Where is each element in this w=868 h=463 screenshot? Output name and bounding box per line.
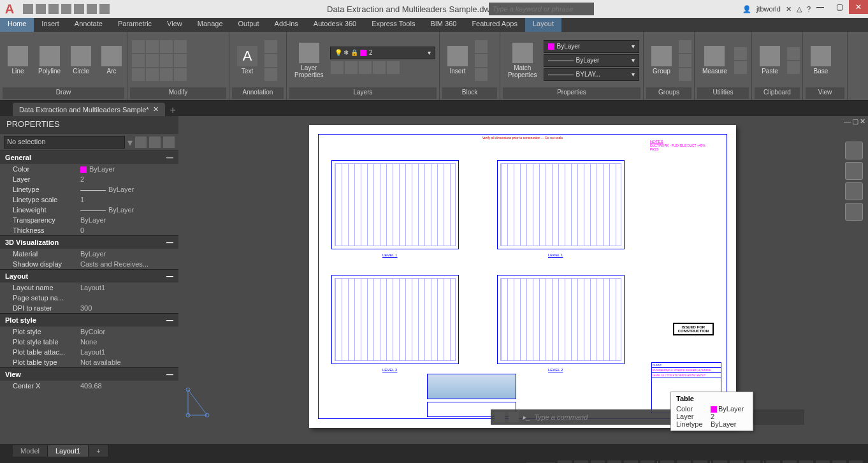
circle-button[interactable]: Circle xyxy=(67,45,95,76)
qat-plot-icon[interactable] xyxy=(74,4,84,14)
linetype-combo[interactable]: ByLayer▾ xyxy=(544,54,639,67)
extend-icon[interactable] xyxy=(174,40,187,53)
prop-row[interactable]: Center X409.68 xyxy=(0,381,178,391)
trim-icon[interactable] xyxy=(160,40,173,53)
layer-properties-button[interactable]: Layer Properties xyxy=(291,41,328,80)
otrack-icon[interactable] xyxy=(640,460,655,463)
create-block-icon[interactable] xyxy=(475,40,488,53)
table-icon[interactable] xyxy=(264,68,277,81)
menu-home[interactable]: Home xyxy=(0,18,34,32)
ortho-icon[interactable] xyxy=(591,460,605,463)
menu-express-tools[interactable]: Express Tools xyxy=(364,18,423,32)
prop-row[interactable]: Shadow displayCasts and Receives... xyxy=(0,259,178,269)
menu-featured-apps[interactable]: Featured Apps xyxy=(464,18,525,32)
panel-label-layers[interactable]: Layers xyxy=(289,87,437,99)
qat-new-icon[interactable] xyxy=(23,4,33,14)
copy-icon[interactable] xyxy=(132,54,145,67)
maximize-button[interactable]: ▢ xyxy=(830,0,849,14)
pan-icon[interactable] xyxy=(845,162,863,180)
anno-scale-icon[interactable] xyxy=(713,460,727,463)
text-button[interactable]: AText xyxy=(233,45,261,76)
prop-row[interactable]: Layout nameLayout1 xyxy=(0,283,178,293)
prop-section-3d-visualization[interactable]: 3D Visualization— xyxy=(0,235,178,249)
chamfer-icon[interactable] xyxy=(174,54,187,67)
panel-label-annotation[interactable]: Annotation xyxy=(232,87,284,99)
cmd-config-icon[interactable] xyxy=(509,412,519,422)
grid-icon[interactable] xyxy=(558,460,572,463)
menu-insert[interactable]: Insert xyxy=(34,18,67,32)
prop-section-layout[interactable]: Layout— xyxy=(0,269,178,283)
prop-row[interactable]: Thickness0 xyxy=(0,225,178,235)
prop-row[interactable]: Plot table typeNot available xyxy=(0,357,178,367)
menu-view[interactable]: View xyxy=(159,18,190,32)
menu-add-ins[interactable]: Add-ins xyxy=(267,18,306,32)
user-name[interactable]: jtbworld xyxy=(756,5,781,13)
arc-button[interactable]: Arc xyxy=(98,45,126,76)
orbit-icon[interactable] xyxy=(845,203,863,221)
prop-row[interactable]: Plot style tableNone xyxy=(0,337,178,347)
move-icon[interactable] xyxy=(132,40,145,53)
minimize-button[interactable]: — xyxy=(811,0,830,14)
app-logo[interactable]: A xyxy=(0,0,19,18)
quick-select-icon[interactable] xyxy=(135,136,147,148)
mdi-minimize-icon[interactable]: — xyxy=(844,117,851,126)
prop-section-general[interactable]: General— xyxy=(0,151,178,164)
menu-output[interactable]: Output xyxy=(231,18,267,32)
new-tab-button[interactable]: + xyxy=(165,105,181,116)
base-button[interactable]: Base xyxy=(807,45,835,76)
prop-row[interactable]: Plot styleByColor xyxy=(0,327,178,337)
layout-tab-layout1[interactable]: Layout1 xyxy=(48,445,89,457)
select-objects-icon[interactable] xyxy=(163,136,175,148)
measure-button[interactable]: Measure xyxy=(698,45,731,76)
menu-layout[interactable]: Layout xyxy=(525,18,561,32)
layer-match-icon[interactable] xyxy=(387,61,400,74)
prop-section-view[interactable]: View— xyxy=(0,367,178,381)
prop-row[interactable]: Linetype scale1 xyxy=(0,195,178,205)
layer-iso-icon[interactable] xyxy=(345,61,358,74)
menu-manage[interactable]: Manage xyxy=(190,18,231,32)
command-line[interactable]: ▸_ Type a command xyxy=(491,409,804,425)
document-tab[interactable]: Data Extraction and Multileaders Sample*… xyxy=(13,103,165,116)
layer-lock-icon[interactable] xyxy=(373,61,386,74)
mdi-restore-icon[interactable]: ▢ xyxy=(852,117,858,126)
qat-undo-icon[interactable] xyxy=(87,4,97,14)
edit-block-icon[interactable] xyxy=(475,54,488,67)
qat-open-icon[interactable] xyxy=(36,4,46,14)
group-sel-icon[interactable] xyxy=(679,68,691,81)
anno-auto-icon[interactable] xyxy=(746,460,760,463)
close-button[interactable]: ✕ xyxy=(849,0,868,14)
erase-icon[interactable] xyxy=(174,68,187,81)
selection-combo[interactable]: No selection xyxy=(4,136,125,149)
insert-button[interactable]: Insert xyxy=(444,45,472,76)
exchange-icon[interactable]: ✕ xyxy=(786,5,792,13)
prop-row[interactable]: ColorByLayer xyxy=(0,164,178,174)
clean-screen-icon[interactable] xyxy=(832,460,846,463)
match-properties-button[interactable]: Match Properties xyxy=(504,41,541,80)
dim-icon[interactable] xyxy=(264,40,277,53)
array-icon[interactable] xyxy=(160,68,173,81)
prop-row[interactable]: MaterialByLayer xyxy=(0,249,178,259)
ungroup-icon[interactable] xyxy=(679,40,691,53)
drawing-canvas[interactable]: Verify all dimensions prior to construct… xyxy=(178,116,868,444)
menu-annotate[interactable]: Annotate xyxy=(67,18,110,32)
cut-icon[interactable] xyxy=(787,47,800,60)
prop-row[interactable]: TransparencyByLayer xyxy=(0,215,178,225)
panel-label-draw[interactable]: Draw xyxy=(3,87,124,99)
panel-label-properties[interactable]: Properties xyxy=(503,87,640,99)
menu-parametric[interactable]: Parametric xyxy=(110,18,159,32)
point-icon[interactable] xyxy=(734,61,747,74)
prop-row[interactable]: DPI to raster300 xyxy=(0,303,178,313)
close-tab-icon[interactable]: ✕ xyxy=(153,105,159,114)
mdi-close-icon[interactable]: ✕ xyxy=(860,117,865,126)
osnap-icon[interactable] xyxy=(624,460,638,463)
signin-icon[interactable]: 👤 xyxy=(742,5,751,13)
mirror-icon[interactable] xyxy=(146,54,159,67)
panel-label-modify[interactable]: Modify xyxy=(130,87,226,99)
polar-icon[interactable] xyxy=(607,460,621,463)
menu-autodesk-360[interactable]: Autodesk 360 xyxy=(306,18,364,32)
cycling-icon[interactable] xyxy=(693,460,707,463)
scale-icon[interactable] xyxy=(146,68,159,81)
leader-icon[interactable] xyxy=(264,54,277,67)
transparency-icon[interactable] xyxy=(677,460,691,463)
zoom-extents-icon[interactable] xyxy=(845,182,863,200)
